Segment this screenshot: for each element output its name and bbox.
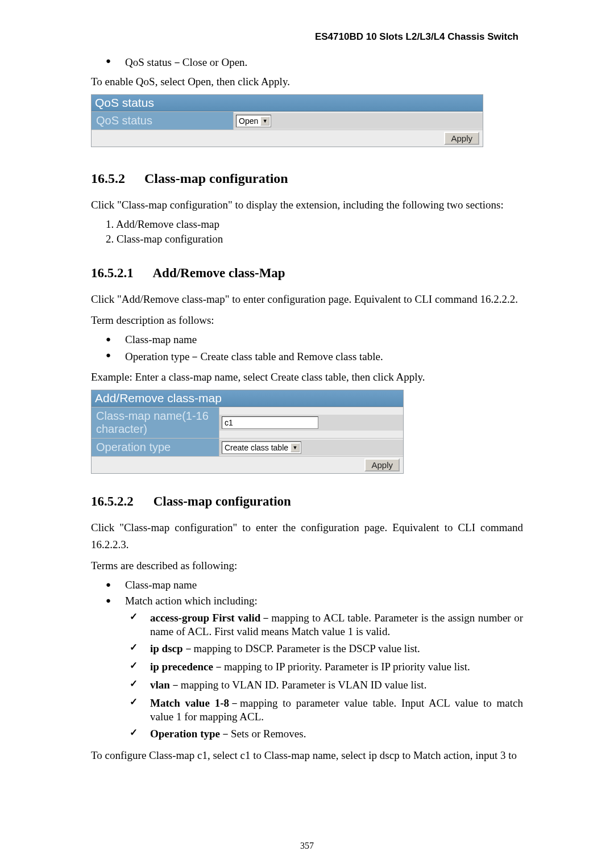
check-access-group: access-group First valid－mapping to ACL … [91, 611, 523, 638]
term-match-value: Match value 1-8 [150, 697, 229, 709]
para-enable-qos: To enable QoS, select Open, then click A… [91, 73, 523, 90]
addremove-title: Add/Remove class-map [92, 390, 403, 407]
bullet-qos-status: QoS status－Close or Open. [91, 55, 523, 70]
qos-status-title: QoS status [92, 95, 483, 111]
bullet-match-action: Match action which including: [91, 595, 523, 607]
apply-button[interactable]: Apply [444, 132, 479, 145]
term-vlan: vlan [150, 679, 170, 691]
text-operation-type: －Sets or Removes. [220, 728, 306, 740]
para-classmap-config-intro: Click "Class-map configuration" to enter… [91, 519, 523, 553]
numlist-2: 2. Class-map configuration [91, 233, 523, 245]
addremove-classmap-panel: Add/Remove class-map Class-map name(1-16… [91, 390, 404, 474]
bullet-classmap-name: Class-map name [91, 333, 523, 346]
term-operation-type: Operation type [150, 728, 220, 740]
text-ip-precedence: －mapping to IP priority. Parameter is IP… [213, 661, 470, 673]
qos-status-label: QoS status [92, 112, 234, 130]
check-match-value: Match value 1-8－mapping to parameter val… [91, 696, 523, 723]
para-addremove-intro: Click "Add/Remove class-map" to enter co… [91, 291, 523, 307]
term-access-group: access-group First valid [150, 612, 260, 624]
page-number: 357 [0, 841, 614, 851]
chevron-down-icon: ▼ [260, 116, 269, 126]
chevron-down-icon: ▼ [291, 443, 300, 452]
check-ip-precedence: ip precedence－mapping to IP priority. Pa… [91, 660, 523, 674]
operation-type-label: Operation type [92, 439, 219, 456]
classmap-name-label: Class-map name(1-16 character) [92, 407, 219, 438]
heading-number: 16.5.2.1 [91, 266, 150, 281]
heading-16-5-2: 16.5.2 Class-map configuration [91, 171, 523, 186]
para-configure-c1: To configure Class-map c1, select c1 to … [91, 747, 523, 763]
operation-type-select[interactable]: Create class table ▼ [222, 441, 301, 454]
para-example: Example: Enter a class-map name, select … [91, 369, 523, 385]
apply-button[interactable]: Apply [364, 458, 400, 471]
heading-number: 16.5.2 [91, 171, 141, 186]
para-classmap-intro: Click "Class-map configuration" to displ… [91, 197, 523, 213]
check-operation-type: Operation type－Sets or Removes. [91, 727, 523, 741]
heading-text: Add/Remove class-Map [152, 266, 285, 280]
heading-text: Class-map configuration [154, 494, 291, 508]
para-term-desc: Term description as follows: [91, 312, 523, 328]
heading-16-5-2-2: 16.5.2.2 Class-map configuration [91, 494, 523, 509]
qos-status-panel: QoS status QoS status Open ▼ Apply [91, 94, 483, 147]
check-ip-dscp: ip dscp－mapping to DSCP. Parameter is th… [91, 641, 523, 656]
operation-type-select-value: Create class table [225, 443, 288, 452]
qos-status-select-value: Open [239, 116, 258, 126]
para-terms-described: Terms are described as following: [91, 557, 523, 574]
heading-16-5-2-1: 16.5.2.1 Add/Remove class-Map [91, 266, 523, 281]
bullet-operation-type: Operation type－Create class table and Re… [91, 349, 523, 364]
text-vlan: －mapping to VLAN ID. Parameter is VLAN I… [170, 679, 427, 691]
qos-status-select[interactable]: Open ▼ [236, 115, 271, 127]
term-ip-precedence: ip precedence [150, 661, 213, 673]
term-ip-dscp: ip dscp [150, 642, 183, 654]
check-vlan: vlan－mapping to VLAN ID. Parameter is VL… [91, 678, 523, 692]
classmap-name-input[interactable]: c1 [222, 416, 318, 429]
heading-number: 16.5.2.2 [91, 494, 150, 509]
page-header: ES4710BD 10 Slots L2/L3/L4 Chassis Switc… [91, 31, 523, 43]
bullet-classmap-name-2: Class-map name [91, 579, 523, 591]
text-ip-dscp: －mapping to DSCP. Parameter is the DSCP … [183, 642, 420, 654]
numlist-1: 1. Add/Remove class-map [91, 218, 523, 231]
heading-text: Class-map configuration [144, 171, 288, 186]
